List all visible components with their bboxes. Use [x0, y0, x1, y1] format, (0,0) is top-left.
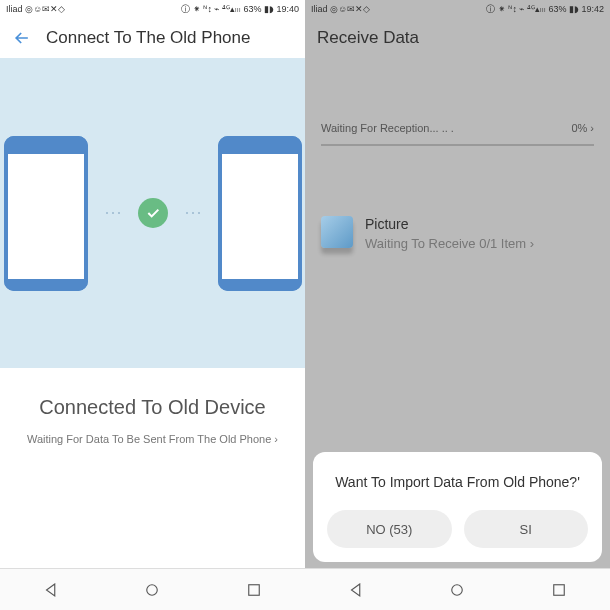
nav-home-button[interactable]	[447, 580, 467, 600]
page-title: Connect To The Old Phone	[46, 28, 250, 48]
status-carrier: Iliad ◎☺✉✕◇	[311, 4, 370, 14]
progress-percent: 0% ›	[571, 122, 594, 134]
status-bar: Iliad ◎☺✉✕◇ ⓘ ⁕ ᴺ↕ ⌁ ⁴ᴳ▴ₗₗₗ 63% ▮◗ 19:42	[305, 0, 610, 18]
receive-item[interactable]: Picture Waiting To Receive 0/1 Item ›	[305, 146, 610, 251]
connected-subtitle: Waiting For Data To Be Sent From The Old…	[12, 433, 293, 445]
progress-label: Waiting For Reception... .. .	[321, 122, 454, 134]
status-bar: Iliad ◎☺✉✕◇ ⓘ ⁕ ᴺ↕ ⌁ ⁴ᴳ▴ₗₗₗ 63% ▮◗ 19:40	[0, 0, 305, 18]
dialog-title: Want To Import Data From Old Phone?'	[327, 474, 588, 490]
screen-connect: Iliad ◎☺✉✕◇ ⓘ ⁕ ᴺ↕ ⌁ ⁴ᴳ▴ₗₗₗ 63% ▮◗ 19:40…	[0, 0, 305, 610]
header: Connect To The Old Phone	[0, 18, 305, 58]
svg-point-2	[452, 584, 463, 595]
picture-icon	[321, 216, 353, 248]
nav-recent-button[interactable]	[244, 580, 264, 600]
nav-back-button[interactable]	[346, 580, 366, 600]
svg-rect-3	[554, 584, 565, 595]
dots-left	[106, 212, 120, 214]
item-title: Picture	[365, 216, 534, 232]
screen-receive: Iliad ◎☺✉✕◇ ⓘ ⁕ ᴺ↕ ⌁ ⁴ᴳ▴ₗₗₗ 63% ▮◗ 19:42…	[305, 0, 610, 610]
nav-recent-button[interactable]	[549, 580, 569, 600]
item-subtitle: Waiting To Receive 0/1 Item ›	[365, 236, 534, 251]
yes-button[interactable]: SI	[464, 510, 589, 548]
android-navbar	[305, 568, 610, 610]
dots-right	[186, 212, 200, 214]
phone-new-icon	[218, 136, 302, 291]
progress-row: Waiting For Reception... .. . 0% ›	[305, 58, 610, 138]
phone-old-icon	[4, 136, 88, 291]
check-icon	[138, 198, 168, 228]
import-dialog: Want To Import Data From Old Phone?' NO …	[313, 452, 602, 562]
status-carrier: Iliad ◎☺✉✕◇	[6, 4, 65, 14]
item-text: Picture Waiting To Receive 0/1 Item ›	[365, 216, 534, 251]
page-title: Receive Data	[317, 28, 419, 48]
status-right: ⓘ ⁕ ᴺ↕ ⌁ ⁴ᴳ▴ₗₗₗ 63% ▮◗ 19:40	[181, 3, 299, 16]
svg-point-0	[147, 584, 158, 595]
header: Receive Data	[305, 18, 610, 58]
connected-title: Connected To Old Device	[12, 396, 293, 419]
status-right: ⓘ ⁕ ᴺ↕ ⌁ ⁴ᴳ▴ₗₗₗ 63% ▮◗ 19:42	[486, 3, 604, 16]
connected-block: Connected To Old Device Waiting For Data…	[0, 368, 305, 449]
nav-back-button[interactable]	[41, 580, 61, 600]
android-navbar	[0, 568, 305, 610]
nav-home-button[interactable]	[142, 580, 162, 600]
connection-illustration	[0, 58, 305, 368]
back-icon[interactable]	[12, 28, 32, 48]
svg-rect-1	[249, 584, 260, 595]
no-button[interactable]: NO (53)	[327, 510, 452, 548]
